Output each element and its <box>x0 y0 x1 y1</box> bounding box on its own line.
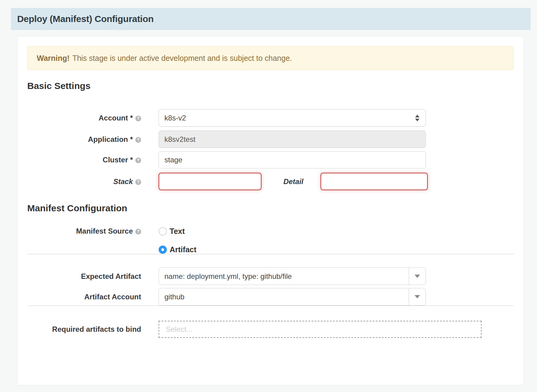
caret-down-icon <box>415 295 420 298</box>
section-divider <box>27 305 514 306</box>
stack-input[interactable] <box>159 173 261 190</box>
section-title-manifest-configuration: Manifest Configuration <box>27 203 514 213</box>
artifact-account-value: github <box>164 293 184 301</box>
artifact-account-select[interactable]: github <box>159 288 426 305</box>
manifest-source-text-radio[interactable]: Text <box>159 227 426 235</box>
application-label: Application *? <box>27 135 141 144</box>
account-label: Account *? <box>27 114 141 122</box>
section-divider <box>27 254 514 254</box>
expected-artifact-value: name: deployment.yml, type: github/file <box>164 272 292 281</box>
stack-help-icon[interactable]: ? <box>135 179 141 185</box>
select-placeholder: Select... <box>166 325 193 334</box>
application-input <box>159 131 426 148</box>
detail-label: Detail <box>280 177 303 186</box>
dropdown-caret-button[interactable] <box>409 268 426 285</box>
manifest-source-artifact-radio[interactable]: Artifact <box>159 245 426 254</box>
warning-bold-label: Warning! <box>37 54 69 63</box>
application-row: Application *? <box>27 131 514 148</box>
caret-down-icon <box>415 275 420 278</box>
account-row: Account *? k8s-v2 <box>27 109 514 127</box>
select-stepper-icon <box>415 115 419 121</box>
config-card: Warning! This stage is under active deve… <box>17 36 524 385</box>
application-help-icon[interactable]: ? <box>135 137 141 143</box>
expected-artifact-row: Expected Artifact name: deployment.yml, … <box>27 268 514 285</box>
manifest-source-artifact-option-label: Artifact <box>170 245 197 254</box>
artifact-account-row: Artifact Account github <box>27 288 514 305</box>
cluster-label: Cluster *? <box>27 156 141 164</box>
manifest-source-label: Manifest Source? <box>27 227 141 235</box>
radio-unchecked-icon[interactable] <box>159 227 167 235</box>
artifact-account-label: Artifact Account <box>27 293 141 301</box>
required-artifacts-select[interactable]: Select... <box>159 321 482 338</box>
page-title: Deploy (Manifest) Configuration <box>11 14 154 24</box>
section-title-basic-settings: Basic Settings <box>27 81 514 91</box>
stack-detail-row: Stack? Detail <box>27 173 514 190</box>
cluster-help-icon[interactable]: ? <box>135 157 141 163</box>
manifest-source-text-option-label: Text <box>170 227 185 236</box>
required-artifacts-label: Required artifacts to bind <box>27 325 141 334</box>
account-select[interactable]: k8s-v2 <box>159 109 426 127</box>
detail-input[interactable] <box>321 173 428 190</box>
radio-checked-icon[interactable] <box>159 246 167 254</box>
stack-label: Stack? <box>27 177 141 186</box>
expected-artifact-label: Expected Artifact <box>27 272 141 281</box>
account-select-value: k8s-v2 <box>164 114 186 122</box>
required-artifacts-row: Required artifacts to bind Select... <box>27 321 514 338</box>
warning-text: This stage is under active development a… <box>72 54 292 63</box>
warning-banner: Warning! This stage is under active deve… <box>27 46 514 70</box>
account-help-icon[interactable]: ? <box>135 116 141 121</box>
expected-artifact-select[interactable]: name: deployment.yml, type: github/file <box>159 268 426 285</box>
dropdown-caret-button[interactable] <box>409 288 426 305</box>
manifest-source-row: Manifest Source? Text Artifact <box>27 227 514 254</box>
panel-header: Deploy (Manifest) Configuration <box>11 8 531 30</box>
manifest-source-help-icon[interactable]: ? <box>135 229 141 235</box>
cluster-row: Cluster *? <box>27 151 514 168</box>
cluster-input[interactable] <box>159 151 426 168</box>
